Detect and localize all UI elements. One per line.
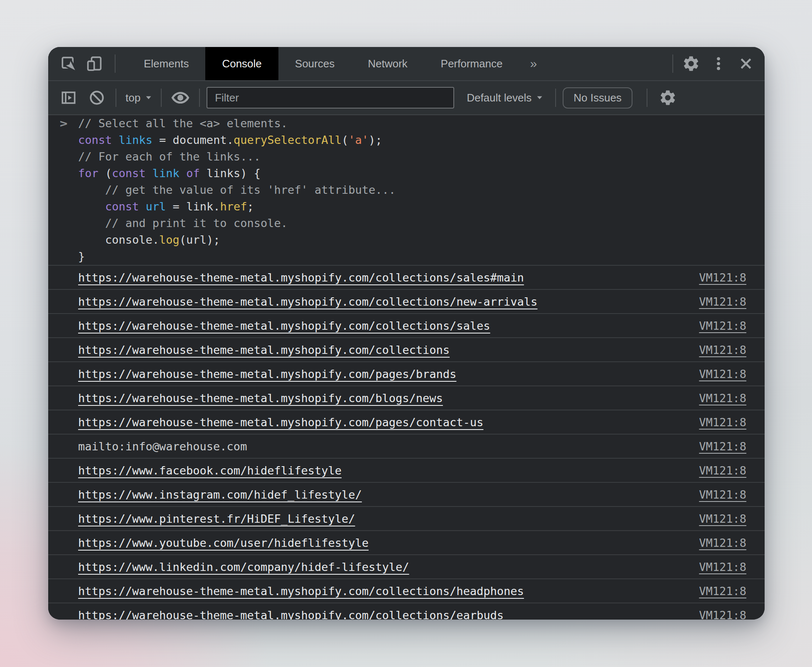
code-line: const url = link.href; [48, 198, 765, 215]
settings-gear-icon [659, 89, 677, 107]
code-token-variable: url [146, 200, 166, 213]
console-messages-area: > // Select all the <a> elements.const l… [48, 115, 765, 620]
tab-elements[interactable]: Elements [127, 47, 205, 80]
console-log-row: https://warehouse-theme-metal.myshopify.… [48, 385, 765, 410]
clear-console-icon [88, 89, 106, 106]
source-location-link[interactable]: VM121:8 [699, 464, 746, 477]
source-location-link[interactable]: VM121:8 [699, 295, 746, 308]
clear-console-button[interactable] [87, 88, 106, 107]
devtools-tab-bar: ElementsConsoleSourcesNetworkPerformance… [48, 47, 765, 81]
context-label: top [125, 91, 140, 104]
source-location-link[interactable]: VM121:8 [699, 512, 746, 525]
tab-performance[interactable]: Performance [424, 47, 519, 80]
log-levels-selector[interactable]: Default levels [467, 91, 543, 104]
code-token-function: href [220, 200, 247, 213]
code-token-keyword: const [112, 167, 145, 180]
settings-gear-icon [682, 54, 700, 73]
code-line: } [48, 248, 765, 265]
code-token-keyword: const [105, 200, 139, 213]
source-location-link[interactable]: VM121:8 [699, 561, 746, 573]
device-toolbar-button[interactable] [85, 54, 104, 73]
console-settings-button[interactable] [658, 88, 677, 107]
code-line: // get the value of its 'href' attribute… [48, 182, 765, 198]
source-location-link[interactable]: VM121:8 [699, 319, 746, 332]
logged-url-link[interactable]: https://www.facebook.com/hideflifestyle [78, 464, 342, 477]
log-levels-label: Default levels [467, 91, 531, 104]
filter-input[interactable] [207, 87, 454, 109]
logged-url-link[interactable]: https://www.youtube.com/user/hideflifest… [78, 536, 369, 549]
inspect-element-button[interactable] [59, 54, 78, 73]
logged-url-link[interactable]: https://warehouse-theme-metal.myshopify.… [78, 271, 524, 284]
tab-network[interactable]: Network [351, 47, 424, 80]
code-token-plain: ( [342, 133, 348, 146]
tab-console[interactable]: Console [205, 47, 278, 80]
code-token-function: log [159, 233, 180, 246]
logged-url-link[interactable]: https://warehouse-theme-metal.myshopify.… [78, 416, 483, 429]
settings-button[interactable] [682, 54, 701, 73]
code-line: const links = document.querySelectorAll(… [48, 132, 765, 148]
evaluated-code-block: > // Select all the <a> elements.const l… [48, 115, 765, 265]
divider [199, 89, 200, 107]
code-token-keyword: of [186, 167, 200, 180]
logged-url-link[interactable]: https://warehouse-theme-metal.myshopify.… [78, 368, 456, 380]
source-location-link[interactable]: VM121:8 [699, 585, 746, 598]
code-token-plain: = link. [166, 200, 220, 213]
code-token-plain: } [78, 250, 85, 263]
execution-context-selector[interactable]: top [125, 91, 152, 104]
console-log-row: https://warehouse-theme-metal.myshopify.… [48, 313, 765, 337]
more-panels-button[interactable]: » [519, 47, 548, 80]
logged-url-link[interactable]: https://www.instagram.com/hidef_lifestyl… [78, 488, 362, 501]
eye-icon [171, 89, 189, 107]
console-log-row: https://www.youtube.com/user/hideflifest… [48, 530, 765, 554]
console-log-list: https://warehouse-theme-metal.myshopify.… [48, 265, 765, 620]
console-log-row: https://warehouse-theme-metal.myshopify.… [48, 361, 765, 385]
tab-sources[interactable]: Sources [278, 47, 351, 80]
logged-url-link[interactable]: https://www.pinterest.fr/HiDEF_Lifestyle… [78, 512, 355, 525]
code-token-plain [78, 217, 105, 230]
code-token-plain [139, 200, 145, 213]
source-location-link[interactable]: VM121:8 [699, 488, 746, 501]
chevron-double-right-icon: » [530, 57, 537, 71]
source-location-link[interactable]: VM121:8 [699, 536, 746, 549]
logged-url-link[interactable]: https://warehouse-theme-metal.myshopify.… [78, 585, 524, 598]
code-token-keyword: for [78, 167, 98, 180]
code-token-comment: // and print it to console. [105, 217, 288, 230]
drawer-icon [60, 89, 77, 106]
logged-url-link[interactable]: https://warehouse-theme-metal.myshopify.… [78, 295, 537, 308]
divider [672, 54, 673, 73]
code-line: for (const link of links) { [48, 165, 765, 182]
divider [647, 89, 647, 107]
logged-url-link[interactable]: https://warehouse-theme-metal.myshopify.… [78, 343, 450, 356]
source-location-link[interactable]: VM121:8 [699, 343, 746, 356]
source-location-link[interactable]: VM121:8 [699, 440, 746, 453]
source-location-link[interactable]: VM121:8 [699, 271, 746, 284]
inspect-icon [60, 55, 77, 72]
code-line: console.log(url); [48, 232, 765, 248]
source-location-link[interactable]: VM121:8 [699, 416, 746, 429]
code-token-variable: links [119, 133, 153, 146]
logged-url-link[interactable]: https://warehouse-theme-metal.myshopify.… [78, 609, 504, 620]
issues-button[interactable]: No Issues [563, 87, 632, 109]
close-devtools-button[interactable] [736, 54, 755, 73]
source-location-link[interactable]: VM121:8 [699, 368, 746, 380]
divider [115, 54, 116, 73]
console-sidebar-toggle[interactable] [59, 88, 78, 107]
issues-label: No Issues [573, 91, 622, 104]
chevron-down-icon [145, 96, 152, 100]
logged-url-link[interactable]: https://warehouse-theme-metal.myshopify.… [78, 319, 490, 332]
console-log-row: https://warehouse-theme-metal.myshopify.… [48, 265, 765, 289]
devtools-menu-button[interactable] [709, 54, 728, 73]
code-token-plain [78, 233, 105, 246]
console-prompt-icon: > [60, 115, 74, 132]
code-token-plain: links) { [200, 167, 261, 180]
source-location-link[interactable]: VM121:8 [699, 392, 746, 405]
create-live-expression-button[interactable] [171, 88, 190, 107]
console-log-row: https://warehouse-theme-metal.myshopify.… [48, 410, 765, 434]
code-token-plain [180, 167, 186, 180]
code-token-variable: link [153, 167, 180, 180]
logged-url-link[interactable]: https://warehouse-theme-metal.myshopify.… [78, 392, 443, 405]
code-line: // Select all the <a> elements. [48, 115, 765, 132]
code-line: // and print it to console. [48, 215, 765, 232]
source-location-link[interactable]: VM121:8 [699, 609, 746, 620]
logged-url-link[interactable]: https://www.linkedin.com/company/hidef-l… [78, 561, 409, 573]
